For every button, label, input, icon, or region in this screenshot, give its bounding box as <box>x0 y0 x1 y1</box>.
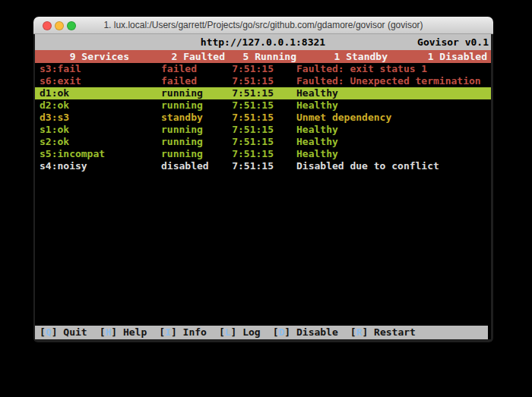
service-message: Healthy <box>296 87 338 99</box>
action-restart[interactable]: [R] Restart <box>350 326 416 338</box>
action-info[interactable]: [I] Info <box>159 326 207 338</box>
summary-running-count: 5 Running <box>225 50 296 63</box>
service-name: d1:ok <box>40 87 161 99</box>
service-message: Faulted: Unexpected termination <box>296 75 481 87</box>
action-label: ] Restart <box>362 326 415 338</box>
close-window-button[interactable] <box>43 21 52 30</box>
service-status: failed <box>161 63 231 75</box>
service-status: running <box>161 87 231 99</box>
action-log[interactable]: [L] Log <box>219 326 261 338</box>
service-status: running <box>161 148 231 160</box>
service-status: running <box>161 99 231 112</box>
service-status: disabled <box>161 160 231 172</box>
summary-services-count: 9 Services <box>35 50 129 63</box>
action-disable[interactable]: [D] Disable <box>273 326 338 338</box>
service-row[interactable]: d1:okrunning7:51:15Healthy <box>35 87 491 99</box>
service-name: s2:ok <box>40 136 161 148</box>
service-row[interactable]: s6:exitfailed7:51:15Faulted: Unexpected … <box>35 75 491 87</box>
summary-disabled-count: 1 Disabled <box>388 50 491 63</box>
service-row[interactable]: s3:failfailed7:51:15Faulted: exit status… <box>35 63 491 75</box>
service-name: s4:noisy <box>40 160 161 172</box>
summary-faulted-count: 2 Faulted <box>129 50 225 63</box>
service-time: 7:51:15 <box>231 124 274 136</box>
desktop-background: 1. lux.local:/Users/garrett/Projects/go/… <box>0 0 532 397</box>
service-message: Healthy <box>296 148 338 160</box>
action-label: ] Help <box>111 326 147 338</box>
action-bar: [Q] Quit[H] Help[I] Info[L] Log[D] Disab… <box>35 326 488 339</box>
terminal-empty-area <box>35 172 491 326</box>
service-message: Disabled due to conflict <box>296 160 439 172</box>
service-row[interactable]: s4:noisydisabled7:51:15Disabled due to c… <box>35 160 491 172</box>
action-key: L <box>225 326 231 338</box>
summary-standby-count: 1 Standby <box>296 50 388 63</box>
service-status: running <box>161 136 231 148</box>
service-message: Unmet dependency <box>296 112 391 124</box>
bracket: [ <box>159 326 165 338</box>
terminal-content: http://127.0.0.1:8321 Govisor v0.1 9 Ser… <box>33 34 493 342</box>
service-name: d2:ok <box>40 99 161 112</box>
zoom-window-button[interactable] <box>67 21 76 30</box>
traffic-lights <box>43 17 76 34</box>
bracket: [ <box>40 326 46 338</box>
service-time: 7:51:15 <box>231 160 274 172</box>
service-name: s3:fail <box>40 63 161 75</box>
service-time: 7:51:15 <box>231 148 274 160</box>
service-time: 7:51:15 <box>231 75 274 87</box>
app-version: Govisor v0.1 <box>417 34 489 50</box>
service-status: standby <box>161 112 231 124</box>
service-row[interactable]: s2:okrunning7:51:15Healthy <box>35 136 491 148</box>
service-message: Healthy <box>296 99 338 112</box>
service-message: Healthy <box>296 124 338 136</box>
service-status: failed <box>161 75 231 87</box>
summary-bar: 9 Services 2 Faulted 5 Running 1 Standby… <box>35 50 491 63</box>
service-name: s1:ok <box>40 124 161 136</box>
action-label: ] Quit <box>52 326 87 338</box>
window-title: 1. lux.local:/Users/garrett/Projects/go/… <box>33 17 493 34</box>
service-row[interactable]: d3:s3standby7:51:15Unmet dependency <box>35 112 491 124</box>
service-time: 7:51:15 <box>231 87 274 99</box>
bracket: [ <box>350 326 356 338</box>
action-help[interactable]: [H] Help <box>100 326 147 338</box>
service-name: d3:s3 <box>40 112 161 124</box>
window-titlebar[interactable]: 1. lux.local:/Users/garrett/Projects/go/… <box>33 17 493 34</box>
service-time: 7:51:15 <box>231 99 274 112</box>
service-message: Faulted: exit status 1 <box>296 63 427 75</box>
bracket: [ <box>273 326 279 338</box>
service-name: s6:exit <box>40 75 161 87</box>
service-list: s3:failfailed7:51:15Faulted: exit status… <box>35 63 491 172</box>
minimize-window-button[interactable] <box>55 21 64 30</box>
service-message: Healthy <box>296 136 338 148</box>
service-row[interactable]: s1:okrunning7:51:15Healthy <box>35 124 491 136</box>
service-time: 7:51:15 <box>231 112 274 124</box>
bracket: [ <box>219 326 225 338</box>
service-time: 7:51:15 <box>231 136 274 148</box>
service-time: 7:51:15 <box>231 63 274 75</box>
action-key: I <box>165 326 171 338</box>
service-status: running <box>161 124 231 136</box>
action-label: ] Info <box>171 326 207 338</box>
service-name: s5:incompat <box>40 148 161 160</box>
app-header-bar: http://127.0.0.1:8321 Govisor v0.1 <box>35 34 491 50</box>
service-row[interactable]: s5:incompatrunning7:51:15Healthy <box>35 148 491 160</box>
service-row[interactable]: d2:okrunning7:51:15Healthy <box>35 99 491 112</box>
action-quit[interactable]: [Q] Quit <box>40 326 87 338</box>
action-label: ] Disable <box>284 326 337 338</box>
terminal-window: 1. lux.local:/Users/garrett/Projects/go/… <box>33 17 493 342</box>
action-key: Q <box>46 326 52 338</box>
action-label: ] Log <box>231 326 261 338</box>
